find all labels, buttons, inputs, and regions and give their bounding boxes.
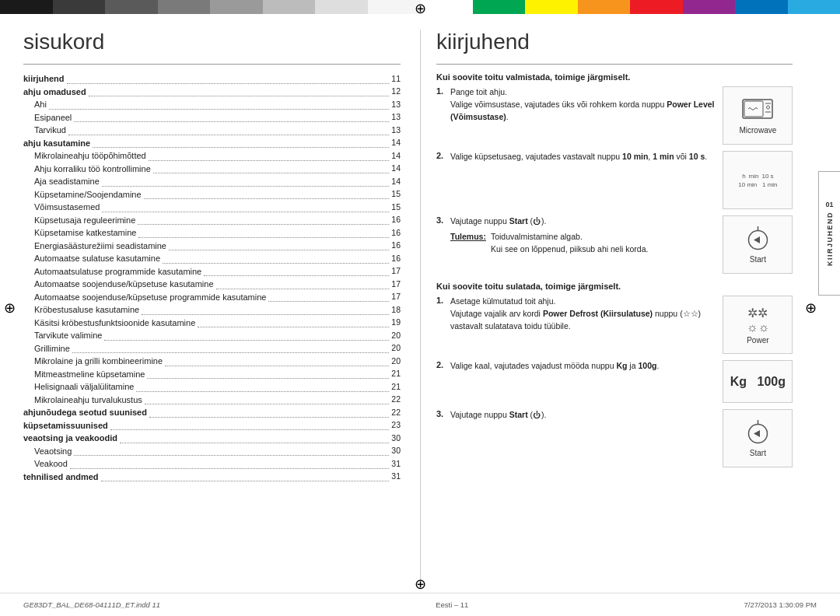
- toc-dots: [138, 224, 389, 225]
- toc-label: Esipaneel: [23, 111, 74, 124]
- list-item: Ahju korraliku töö kontrollimine 14: [23, 163, 401, 176]
- list-item: Automaatsulatuse programmide kasutamine …: [23, 265, 401, 278]
- list-item: Energiasäästurežiimi seadistamine 16: [23, 240, 401, 253]
- toc-label: Automaatsulatuse programmide kasutamine: [23, 265, 204, 278]
- step-s2-content: Valige kaal, vajutades vajadust mööda nu…: [450, 360, 715, 373]
- timer-10s-label: 10 s: [762, 173, 774, 180]
- color-block: [158, 0, 211, 14]
- toc-entry-kiirjuhend: kiirjuhend 11: [23, 72, 401, 86]
- toc-dots: [144, 198, 390, 199]
- step-2-valmistada: 2. Valige küpsetusaeg, vajutades vastava…: [436, 151, 793, 209]
- toc-page: 22: [389, 407, 401, 419]
- toc-entry-ahi: Ahi 13: [23, 98, 401, 111]
- color-block: [420, 0, 473, 14]
- start-icon-2: [744, 420, 772, 449]
- color-block: [105, 0, 158, 14]
- section1-heading: Kui soovite toitu valmistada, toimige jä…: [436, 72, 793, 82]
- toc-page: 13: [389, 124, 401, 137]
- toc-label: Mikrolaineahju turvalukustus: [23, 394, 145, 407]
- list-item: Kröbestusaluse kasutamine 18: [23, 303, 401, 317]
- toc-label: kiirjuhend: [23, 72, 67, 86]
- toc-dots: [198, 327, 389, 327]
- list-item: Aja seadistamine 14: [23, 175, 401, 188]
- bottom-right: 7/27/2013 1:30:09 PM: [744, 600, 817, 609]
- toc-label: veaotsing ja veakoodid: [23, 432, 120, 445]
- start-label-2: Start: [750, 449, 766, 457]
- color-block: [578, 0, 631, 14]
- toc-page: 13: [389, 99, 401, 111]
- timer-values: 10 min 1 min: [738, 181, 777, 188]
- toc-label: Küpsetamise katkestamine: [23, 226, 138, 240]
- toc-page: 30: [389, 432, 401, 445]
- list-item: Mikrolaineahju turvalukustus 22: [23, 394, 401, 407]
- toc-page: 17: [389, 265, 401, 278]
- toc-page: 16: [389, 240, 401, 252]
- step-3-valmistada: 3. Vajutage nuppu Start (⏻). Tulemus: To…: [436, 215, 793, 274]
- toc-page: 18: [389, 304, 401, 317]
- toc-page: 11: [389, 73, 401, 86]
- list-item: Veakood 31: [23, 457, 401, 471]
- toc-label: Energiasäästurežiimi seadistamine: [23, 240, 169, 253]
- list-item: Automaatse sulatuse kasutamine 16: [23, 252, 401, 265]
- tulemus-text: Toiduvalmistamine algab. Kui see on lõpp…: [491, 231, 649, 256]
- toc-page: 22: [389, 394, 401, 406]
- toc-dots: [74, 121, 389, 122]
- list-item: Mitmeastmeline küpsetamine 21: [23, 368, 401, 381]
- toc-dots: [149, 160, 390, 161]
- list-item: küpsetamissuunised 23: [23, 419, 401, 432]
- toc-dots: [165, 366, 389, 366]
- toc-dots: [101, 481, 390, 481]
- timer-icon: h min 10 s 10 min 1 min: [738, 173, 777, 188]
- list-item: Mikrolaineahju tööpõhimõtted 14: [23, 149, 401, 163]
- timer-min-label: min: [749, 173, 759, 180]
- svg-rect-1: [744, 101, 763, 117]
- timer-10min: 10 min: [738, 181, 757, 188]
- toc-dots: [93, 147, 389, 148]
- kg-icon-box: Kg 100g: [723, 360, 793, 403]
- toc-page: 16: [389, 214, 401, 226]
- toc-label: Mikrolaineahju tööpõhimõtted: [23, 149, 149, 163]
- toc-label: Veakood: [23, 457, 70, 471]
- step-1-text-area: 1. Pange toit ahju. Valige võimsustase, …: [436, 86, 715, 126]
- toc-page: 16: [389, 227, 401, 240]
- toc-dots: [74, 455, 389, 456]
- toc-dots: [67, 83, 390, 84]
- toc-label: Ahi: [23, 98, 49, 111]
- toc-page: 21: [389, 368, 401, 380]
- list-item: Küpsetusaja reguleerimine 16: [23, 214, 401, 227]
- toc-page: 30: [389, 445, 401, 457]
- sisukord-title: sisukord: [23, 30, 401, 54]
- toc-page: 20: [389, 342, 401, 355]
- toc-entry-tarvikud: Tarvikud 13: [23, 124, 401, 137]
- color-block: [788, 0, 841, 14]
- toc-label: ahju omadused: [23, 86, 89, 99]
- toc-dots: [49, 109, 389, 110]
- toc-label: ahju kasutamine: [23, 137, 93, 150]
- toc-dots: [163, 263, 389, 264]
- toc-dots: [216, 289, 390, 289]
- step-s3-content: Vajutage nuppu Start (⏻).: [450, 409, 715, 422]
- toc-page: 15: [389, 188, 401, 201]
- step-1-content: Pange toit ahju. Valige võimsustase, vaj…: [450, 86, 715, 123]
- page-indicator: Eesti – 11: [436, 600, 468, 609]
- toc-dots: [149, 417, 389, 418]
- microwave-icon: [742, 97, 773, 126]
- power-label: Power: [747, 336, 768, 345]
- list-item: Käsitsi kröbestusfunktsioonide kasutamin…: [23, 317, 401, 330]
- microwave-icon-box: Microwave: [723, 86, 793, 145]
- left-color-bars: [0, 0, 420, 14]
- list-item: tehnilised andmed 31: [23, 471, 401, 484]
- step-1-sulatada: 1. Asetage külmutatud toit ahju. Vajutag…: [436, 296, 793, 354]
- toc-label: Automaatse soojenduse/küpsetuse programm…: [23, 291, 268, 304]
- tulemus-label: Tulemus:: [450, 231, 486, 256]
- crop-mark-left: ⊕: [4, 301, 16, 315]
- step-s1-number: 1.: [436, 296, 450, 305]
- title-divider: [23, 64, 401, 65]
- list-item: ahjunõudega seotud suunised 22: [23, 406, 401, 419]
- color-block: [210, 0, 263, 14]
- toc-entry-ahju-omadused: ahju omadused 12: [23, 86, 401, 99]
- list-item: Võimsustasemed 15: [23, 201, 401, 214]
- toc-page: 17: [389, 291, 401, 303]
- toc-page: 20: [389, 355, 401, 368]
- power-stars-icon: ✲✲: [747, 306, 768, 320]
